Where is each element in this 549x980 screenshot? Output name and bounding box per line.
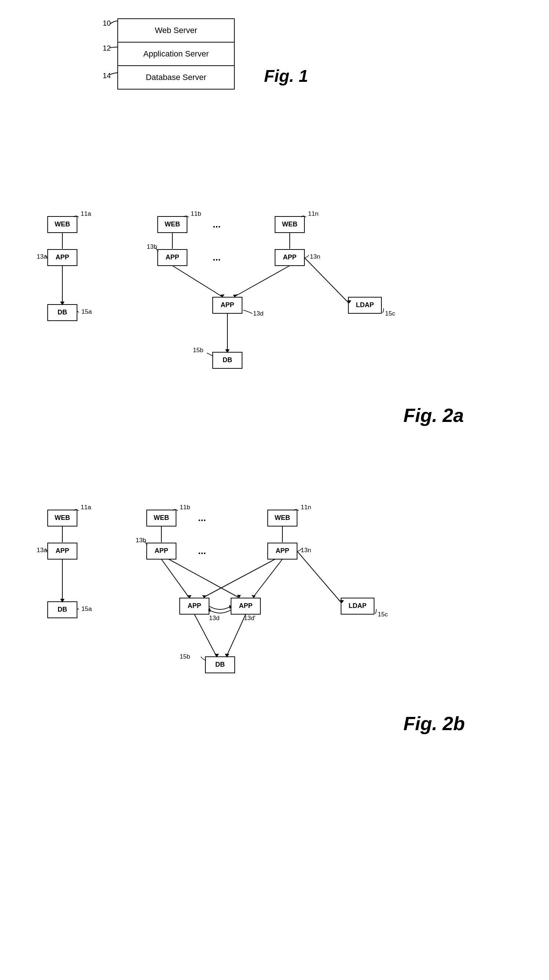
svg-text:WEB: WEB xyxy=(282,221,297,228)
fig1-row-appserver: Application Server xyxy=(118,43,234,66)
svg-line-89 xyxy=(203,559,275,597)
svg-text:WEB: WEB xyxy=(154,514,169,521)
svg-text:WEB: WEB xyxy=(55,221,70,228)
fig1-title: Fig. 1 xyxy=(264,66,308,86)
svg-text:11b: 11b xyxy=(191,210,201,217)
svg-line-87 xyxy=(169,559,238,597)
fig1-row-webserver: Web Server xyxy=(118,19,234,43)
svg-marker-39 xyxy=(233,294,238,297)
svg-text:APP: APP xyxy=(283,253,296,261)
svg-text:13n: 13n xyxy=(301,547,311,554)
fig2a-area: WEB 11a APP 13a DB 15a WEB xyxy=(18,194,513,451)
page-container: 10 12 14 Web Server Application Server D… xyxy=(0,0,549,980)
svg-text:13d': 13d' xyxy=(244,614,255,622)
svg-text:...: ... xyxy=(213,252,221,263)
svg-text:11n: 11n xyxy=(308,210,318,217)
svg-text:APP: APP xyxy=(56,547,69,554)
svg-text:13d: 13d xyxy=(253,310,263,317)
svg-text:DB: DB xyxy=(215,661,225,668)
svg-text:LDAP: LDAP xyxy=(349,602,367,609)
fig1-area: 10 12 14 Web Server Application Server D… xyxy=(73,11,367,169)
fig2b-area: WEB 11a APP 13a DB 15a WEB 11b APP 13b xyxy=(18,488,513,763)
svg-text:...: ... xyxy=(198,545,206,556)
svg-text:15c: 15c xyxy=(378,611,388,618)
svg-line-36 xyxy=(172,266,222,296)
svg-text:13a: 13a xyxy=(36,547,47,554)
svg-text:DB: DB xyxy=(57,309,67,316)
fig2a-svg: WEB 11a APP 13a DB 15a WEB xyxy=(18,194,513,451)
svg-text:13a: 13a xyxy=(36,253,47,260)
svg-text:DB: DB xyxy=(223,356,232,364)
svg-line-38 xyxy=(235,266,290,296)
svg-text:WEB: WEB xyxy=(55,514,70,521)
svg-text:LDAP: LDAP xyxy=(356,301,374,309)
svg-text:13b: 13b xyxy=(147,243,157,250)
svg-line-91 xyxy=(253,559,282,597)
svg-text:Fig. 2b: Fig. 2b xyxy=(403,713,465,734)
svg-text:11n: 11n xyxy=(301,504,311,511)
svg-line-40 xyxy=(305,258,348,303)
svg-marker-88 xyxy=(237,595,241,598)
svg-line-97 xyxy=(227,614,246,656)
fig1-row-dbserver: Database Server xyxy=(118,66,234,89)
svg-text:15a: 15a xyxy=(81,308,92,315)
svg-text:13d: 13d xyxy=(209,614,219,622)
svg-text:APP: APP xyxy=(221,301,234,309)
svg-text:13b: 13b xyxy=(136,537,146,544)
svg-text:13n: 13n xyxy=(310,253,320,260)
svg-text:...: ... xyxy=(213,219,221,230)
svg-marker-92 xyxy=(252,595,255,598)
svg-text:APP: APP xyxy=(239,602,252,609)
svg-text:15a: 15a xyxy=(81,605,92,612)
svg-text:Fig. 2a: Fig. 2a xyxy=(403,405,464,426)
svg-text:WEB: WEB xyxy=(165,221,180,228)
svg-text:APP: APP xyxy=(275,547,289,554)
svg-text:15c: 15c xyxy=(385,310,395,317)
svg-text:15b: 15b xyxy=(180,653,190,660)
svg-text:11b: 11b xyxy=(180,504,190,511)
svg-text:APP: APP xyxy=(56,253,69,261)
fig2b-svg: WEB 11a APP 13a DB 15a WEB 11b APP 13b xyxy=(18,488,513,763)
svg-text:15b: 15b xyxy=(193,347,203,354)
svg-text:11a: 11a xyxy=(81,504,91,511)
svg-text:DB: DB xyxy=(57,606,67,613)
svg-line-93 xyxy=(297,551,341,603)
svg-text:11a: 11a xyxy=(81,210,91,217)
svg-text:...: ... xyxy=(198,512,206,523)
svg-text:APP: APP xyxy=(165,253,179,261)
fig1-box: Web Server Application Server Database S… xyxy=(117,18,235,89)
svg-text:WEB: WEB xyxy=(274,514,290,521)
svg-text:APP: APP xyxy=(187,602,201,609)
svg-marker-86 xyxy=(187,595,192,598)
svg-text:APP: APP xyxy=(154,547,168,554)
svg-line-85 xyxy=(161,559,189,597)
